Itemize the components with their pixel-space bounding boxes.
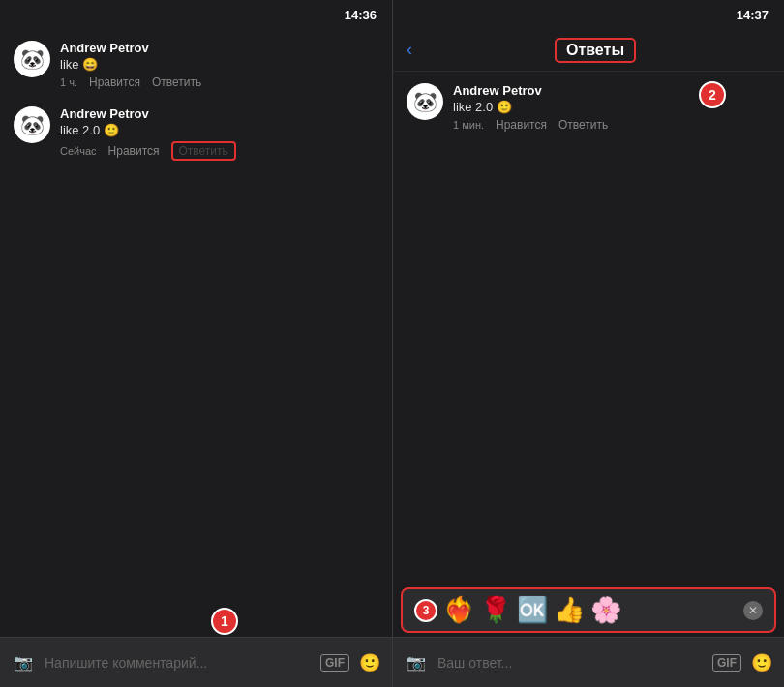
like-btn-1[interactable]: Нравится [89, 75, 140, 89]
comment-content-1: Andrew Petrov like 😄 1 ч. Нравится Ответ… [60, 41, 378, 89]
sticker-heart[interactable]: ❤️‍🔥 [443, 595, 474, 625]
badge-2: 2 [699, 81, 726, 108]
comment-time-2: Сейчас [60, 145, 97, 157]
comment-time-1: 1 ч. [60, 76, 77, 88]
reply-like-btn[interactable]: Нравится [496, 118, 547, 132]
sticker-thumbsup[interactable]: 👍 [554, 595, 585, 625]
avatar-1: 🐼 [14, 41, 50, 77]
comment-text-1: like 😄 [60, 57, 378, 72]
header-title-wrapper: Ответы [420, 38, 770, 63]
comment-content-2: Andrew Petrov like 2.0 🙂 Сейчас Нравится… [60, 106, 378, 161]
right-panel: 14:37 ‹ Ответы 2 🐼 Andrew Petrov like 2.… [392, 0, 784, 687]
right-header: ‹ Ответы 2 [393, 29, 784, 72]
left-panel: 14:36 🐼 Andrew Petrov like 😄 1 ч. Нравит… [0, 0, 392, 687]
app-container: 14:36 🐼 Andrew Petrov like 😄 1 ч. Нравит… [0, 0, 784, 687]
left-status-bar: 14:36 [0, 0, 392, 29]
right-emoji-icon[interactable]: 🙂 [751, 652, 772, 673]
close-stickers-button[interactable]: ✕ [743, 601, 763, 620]
comment-author-1: Andrew Petrov [60, 41, 378, 55]
badge-1: 1 [211, 608, 238, 635]
comment-author-2: Andrew Petrov [60, 106, 378, 121]
right-gif-button[interactable]: GIF [712, 654, 741, 672]
badge-3: 3 [414, 599, 437, 622]
reply-avatar: 🐼 [407, 83, 443, 120]
comments-area: 🐼 Andrew Petrov like 😄 1 ч. Нравится Отв… [0, 29, 392, 637]
left-status-time: 14:36 [345, 8, 377, 22]
comment-item-1: 🐼 Andrew Petrov like 😄 1 ч. Нравится Отв… [14, 41, 378, 89]
sticker-rose[interactable]: 🌹 [480, 595, 511, 625]
like-btn-2[interactable]: Нравится [108, 144, 160, 158]
left-gif-button[interactable]: GIF [320, 654, 349, 672]
replies-area: 🐼 Andrew Petrov like 2.0 🙂 1 мин. Нравит… [393, 72, 784, 583]
left-emoji-icon[interactable]: 🙂 [359, 652, 380, 673]
camera-icon[interactable]: 📷 [12, 651, 35, 674]
reply-comment-time: 1 мин. [453, 119, 484, 131]
comment-item-2: 🐼 Andrew Petrov like 2.0 🙂 Сейчас Нравит… [14, 106, 378, 161]
right-camera-icon[interactable]: 📷 [405, 651, 428, 674]
sticker-flower[interactable]: 🌸 [590, 595, 621, 625]
comment-text-2: like 2.0 🙂 [60, 123, 378, 137]
right-status-bar: 14:37 [393, 0, 784, 29]
avatar-2: 🐼 [14, 106, 50, 143]
comment-actions-2: Сейчас Нравится Ответить [60, 141, 378, 161]
stickers-row: 3 ❤️‍🔥 🌹 🆗 👍 🌸 ✕ [401, 587, 776, 633]
left-bottom-input-bar: 📷 Напишите комментарий... GIF 🙂 [0, 637, 392, 687]
header-title: Ответы [555, 38, 636, 63]
comment-actions-1: 1 ч. Нравится Ответить [60, 75, 378, 89]
right-reply-input[interactable]: Ваш ответ... [437, 655, 703, 671]
sticker-ok[interactable]: 🆗 [517, 595, 548, 625]
reply-btn-1[interactable]: Ответить [152, 75, 201, 89]
right-bottom-input-bar: 📷 Ваш ответ... GIF 🙂 [393, 637, 784, 687]
left-comment-input[interactable]: Напишите комментарий... [45, 655, 311, 671]
back-button[interactable]: ‹ [407, 40, 412, 60]
reply-comment-actions: 1 мин. Нравится Ответить [453, 118, 770, 132]
right-status-time: 14:37 [737, 8, 769, 22]
reply-btn-highlighted-2[interactable]: Ответить [171, 141, 236, 161]
reply-reply-btn[interactable]: Ответить [558, 118, 608, 132]
